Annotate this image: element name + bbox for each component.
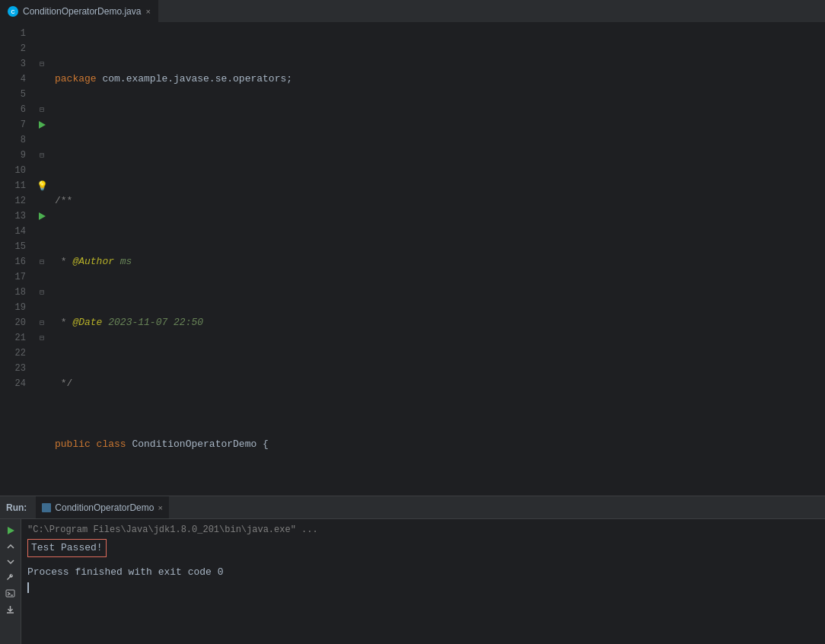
editor-area: 1 2 3 4 5 6 7 8 9 10 11 12 13 14 15 16 1… <box>0 23 825 496</box>
run-icon-line13[interactable] <box>39 212 46 220</box>
java-file-icon: C <box>8 6 18 17</box>
bulb-icon-line11[interactable]: 💡 <box>37 180 48 192</box>
svg-marker-2 <box>8 527 14 534</box>
cmd-line: "C:\Program Files\Java\jdk1.8.0_201\bin\… <box>27 522 819 537</box>
run-panel: Run: ConditionOperatorDemo × <box>0 496 825 644</box>
code-line-3: /** <box>55 193 825 209</box>
tab-close-button[interactable]: × <box>145 7 150 16</box>
run-tab[interactable]: ConditionOperatorDemo × <box>36 496 169 518</box>
run-output[interactable]: "C:\Program Files\Java\jdk1.8.0_201\bin\… <box>21 519 825 644</box>
editor-tab[interactable]: C ConditionOperatorDemo.java × <box>0 0 159 22</box>
run-tab-close[interactable]: × <box>158 503 162 512</box>
cursor <box>27 582 29 593</box>
fold-icon-line21[interactable]: ⊟ <box>40 333 44 343</box>
code-line-6: */ <box>55 376 825 391</box>
svg-rect-3 <box>6 590 14 597</box>
scroll-up-button[interactable] <box>6 542 15 551</box>
run-panel-toolbar <box>0 519 21 644</box>
scroll-down-button[interactable] <box>6 557 15 566</box>
run-tab-name: ConditionOperatorDemo <box>55 502 154 513</box>
code-line-2 <box>55 132 825 148</box>
run-icon-line7[interactable] <box>39 121 46 129</box>
code-container[interactable]: 1 2 3 4 5 6 7 8 9 10 11 12 13 14 15 16 1… <box>0 23 825 496</box>
tab-filename: ConditionOperatorDemo.java <box>23 6 141 17</box>
run-panel-tabs: Run: ConditionOperatorDemo × <box>0 496 825 519</box>
svg-text:C: C <box>11 9 14 14</box>
fold-icon-line9[interactable]: ⊟ <box>40 151 44 160</box>
code-line-4: * @Author ms <box>55 254 825 269</box>
test-passed-line: Test Passed! <box>27 537 819 559</box>
cursor-line <box>27 580 819 595</box>
rerun-button[interactable] <box>5 525 16 536</box>
process-line: Process finished with exit code 0 <box>27 565 819 580</box>
fold-icon-line18[interactable]: ⊟ <box>40 288 44 297</box>
run-panel-content: "C:\Program Files\Java\jdk1.8.0_201\bin\… <box>0 519 825 644</box>
download-button[interactable] <box>5 604 15 614</box>
code-line-1: package com.example.javase.se.operators; <box>55 72 825 87</box>
run-tab-icon <box>42 503 51 512</box>
gutter: ⊟ ⊟ ⊟ 💡 ⊟ ⊟ ⊟ ⊟ <box>32 26 52 493</box>
fold-icon-line20[interactable]: ⊟ <box>40 318 44 327</box>
fold-icon-line16[interactable]: ⊟ <box>40 257 44 266</box>
wrench-button[interactable] <box>5 572 15 582</box>
fold-end-icon-line6[interactable]: ⊟ <box>40 105 44 114</box>
terminal-button[interactable] <box>5 588 15 598</box>
tab-bar: C ConditionOperatorDemo.java × <box>0 0 825 23</box>
test-passed-box: Test Passed! <box>27 539 107 557</box>
run-label: Run: <box>6 502 33 513</box>
keyword-package: package <box>55 72 102 87</box>
line-numbers: 1 2 3 4 5 6 7 8 9 10 11 12 13 14 15 16 1… <box>0 26 32 493</box>
code-line-7: public class ConditionOperatorDemo { <box>55 437 825 452</box>
code-lines[interactable]: package com.example.javase.se.operators;… <box>52 26 825 493</box>
code-line-5: * @Date 2023-11-07 22:50 <box>55 315 825 330</box>
fold-icon-line3[interactable]: ⊟ <box>40 59 44 69</box>
